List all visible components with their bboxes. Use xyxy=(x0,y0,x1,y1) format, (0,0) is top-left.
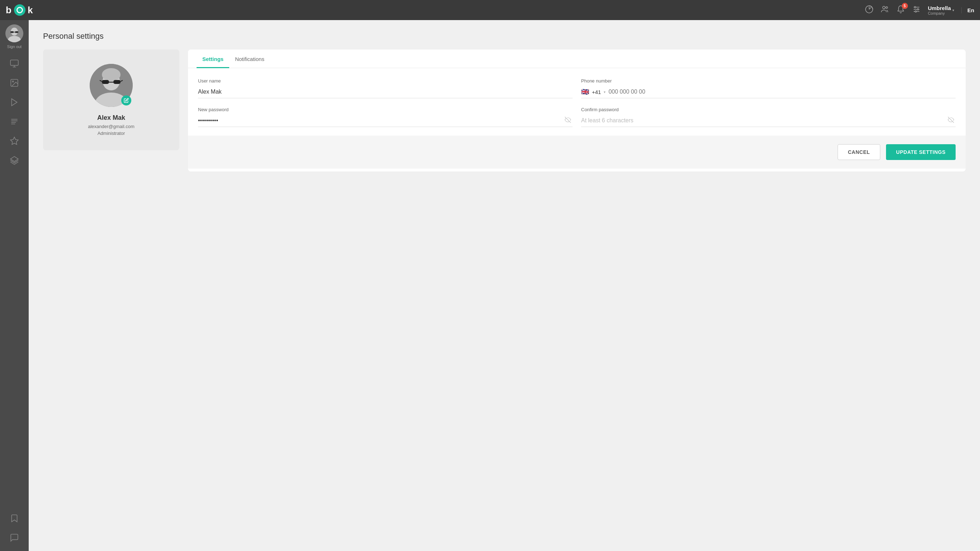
svg-rect-17 xyxy=(10,60,18,65)
update-settings-button[interactable]: UPDATE SETTINGS xyxy=(886,144,956,160)
svg-marker-27 xyxy=(10,137,18,145)
profile-panel: Alex Mak alexander@gmail.com Administrat… xyxy=(43,49,179,150)
settings-footer: CANCEL UPDATE SETTINGS xyxy=(188,135,966,169)
sidebar-item-text[interactable] xyxy=(3,113,25,131)
sidebar-item-chat[interactable] xyxy=(3,529,25,547)
company-sub: Company xyxy=(928,11,951,16)
svg-rect-14 xyxy=(10,31,14,33)
country-chevron-icon[interactable]: ▾ xyxy=(604,90,606,94)
cancel-button[interactable]: CANCEL xyxy=(838,144,880,160)
new-password-input[interactable] xyxy=(198,115,573,127)
svg-line-1 xyxy=(869,7,871,10)
avatar-container xyxy=(90,64,133,107)
sidebar-item-star[interactable] xyxy=(3,132,25,150)
svg-rect-33 xyxy=(102,80,109,84)
form-row-password: New password xyxy=(198,107,956,127)
sidebar-avatar-section[interactable]: Sign out xyxy=(5,24,23,49)
profile-role: Administrator xyxy=(97,131,125,136)
country-flag: 🇬🇧 xyxy=(581,89,589,95)
tab-settings[interactable]: Settings xyxy=(197,49,229,68)
company-chevron-icon: ▾ xyxy=(952,8,954,12)
logo[interactable]: b k xyxy=(6,4,33,16)
top-nav: b k 5 xyxy=(0,0,980,20)
svg-point-10 xyxy=(915,11,916,12)
new-password-wrap xyxy=(198,115,573,127)
settings-panel: Settings Notifications User name Phone n… xyxy=(188,49,966,172)
sidebar: Sign out xyxy=(0,20,29,551)
svg-point-32 xyxy=(102,68,121,81)
analytics-icon[interactable] xyxy=(865,5,873,16)
phone-label: Phone number xyxy=(581,78,956,84)
username-input[interactable] xyxy=(198,86,573,98)
confirm-password-label: Confirm password xyxy=(581,107,956,112)
avatar xyxy=(5,24,23,42)
svg-rect-15 xyxy=(15,31,18,33)
new-password-group: New password xyxy=(198,107,573,127)
svg-point-21 xyxy=(13,81,14,82)
username-label: User name xyxy=(198,78,573,84)
svg-point-8 xyxy=(914,6,916,8)
page-title: Personal settings xyxy=(43,32,966,41)
logo-text-b: b xyxy=(6,5,12,16)
signout-label[interactable]: Sign out xyxy=(7,45,22,49)
phone-input[interactable] xyxy=(608,89,956,95)
sidebar-item-video[interactable] xyxy=(3,93,25,111)
sliders-icon[interactable] xyxy=(912,5,921,16)
country-phone-group: Phone number 🇬🇧 +41 ▾ xyxy=(581,78,956,98)
sidebar-item-monitor[interactable] xyxy=(3,54,25,72)
language-selector[interactable]: En xyxy=(961,7,974,13)
notification-badge: 5 xyxy=(902,3,908,9)
sidebar-item-bookmark[interactable] xyxy=(3,510,25,527)
sidebar-item-image[interactable] xyxy=(3,74,25,92)
sidebar-item-layers[interactable] xyxy=(3,151,25,169)
profile-email: alexander@gmail.com xyxy=(88,124,135,129)
users-icon[interactable] xyxy=(881,5,889,16)
country-code: +41 xyxy=(592,89,601,95)
main-layout: Sign out xyxy=(0,20,980,551)
bell-icon[interactable]: 5 xyxy=(896,5,905,16)
topnav-right: 5 Umbrella Company ▾ En xyxy=(865,5,974,16)
phone-row: 🇬🇧 +41 ▾ xyxy=(581,86,956,98)
svg-marker-22 xyxy=(11,99,17,106)
password-eye-icon[interactable] xyxy=(565,116,571,125)
svg-rect-34 xyxy=(113,80,121,84)
logo-text-k: k xyxy=(28,5,33,16)
avatar-edit-button[interactable] xyxy=(121,96,131,105)
form-row-username: User name Phone number 🇬🇧 +41 ▾ xyxy=(198,78,956,98)
content-area: Personal settings xyxy=(29,20,980,551)
panels: Alex Mak alexander@gmail.com Administrat… xyxy=(43,49,966,172)
logo-icon xyxy=(14,4,25,16)
confirm-password-wrap xyxy=(581,115,956,127)
settings-tabs: Settings Notifications xyxy=(188,49,966,68)
svg-marker-28 xyxy=(10,156,18,161)
confirm-password-input[interactable] xyxy=(581,115,956,127)
settings-body: User name Phone number 🇬🇧 +41 ▾ xyxy=(188,68,966,127)
username-group: User name xyxy=(198,78,573,98)
new-password-label: New password xyxy=(198,107,573,112)
company-selector[interactable]: Umbrella Company ▾ xyxy=(928,5,954,16)
svg-point-3 xyxy=(883,6,885,9)
tab-notifications[interactable]: Notifications xyxy=(229,49,270,68)
confirm-password-eye-icon[interactable] xyxy=(948,116,954,125)
confirm-password-group: Confirm password xyxy=(581,107,956,127)
svg-point-9 xyxy=(917,9,919,10)
profile-name: Alex Mak xyxy=(97,114,125,122)
company-name: Umbrella xyxy=(928,5,951,11)
svg-point-4 xyxy=(886,6,888,8)
